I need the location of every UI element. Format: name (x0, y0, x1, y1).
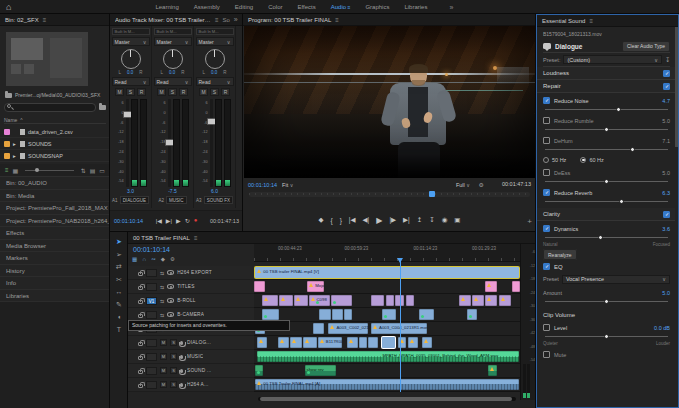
mute-checkbox[interactable] (543, 351, 550, 358)
audio-track-header[interactable]: M S MUSIC (128, 350, 254, 364)
stacked-panel-tab[interactable]: Project: PremierePro_NAB2018_h264_1 (0, 215, 110, 228)
hand-tool-icon[interactable]: ◖ (117, 313, 121, 320)
reanalyze-button[interactable]: Reanalyze (543, 249, 577, 260)
loop-icon[interactable]: ↻ (185, 217, 190, 224)
output-assignment-dropdown[interactable]: Master (112, 37, 150, 46)
nest-icon[interactable]: ▦ (132, 256, 137, 262)
panel-scrollbar[interactable] (675, 27, 678, 147)
timeline-clip[interactable] (467, 309, 478, 320)
parameter-slider[interactable] (545, 146, 668, 153)
slip-tool-icon[interactable]: ↔ (116, 288, 123, 295)
loudness-checkbox[interactable] (663, 70, 670, 77)
parameter-value[interactable]: 4.7 (662, 98, 670, 104)
track-mute-button[interactable]: M (160, 367, 167, 374)
timeline-clip[interactable] (344, 309, 352, 320)
go-to-in-icon[interactable]: |◀ (349, 216, 356, 224)
parameter-checkbox[interactable] (543, 189, 550, 196)
frequency-radio[interactable]: 60 Hz (580, 157, 603, 163)
timeline-clip[interactable]: MPATH_MPATH_0035_03001_Behind_the_Wood_A… (257, 351, 519, 362)
go-to-in-icon[interactable]: |◀ (156, 217, 162, 224)
timeline-clip[interactable] (303, 337, 316, 348)
bin-item-row[interactable]: ▸ SOUNDSNAP (0, 150, 110, 162)
label-color-chip[interactable] (4, 153, 10, 159)
track-lane-acamera[interactable]: A003_C002_0211A003_C004_0213R1.mov (254, 322, 520, 336)
clarity-section-label[interactable]: Clarity (543, 211, 560, 217)
pan-value[interactable]: 0.0 (127, 70, 133, 75)
parameter-value[interactable]: 7.1 (662, 138, 670, 144)
output-assignment-dropdown[interactable]: Master (154, 37, 192, 46)
timeline-clip[interactable] (278, 337, 289, 348)
voiceover-mic-icon[interactable] (180, 355, 183, 359)
settings-wrench-icon[interactable]: ⚙ (479, 181, 484, 188)
source-patch-toggle[interactable] (146, 269, 157, 277)
stacked-panel-tab[interactable]: Project: PremierePro_Fall_2018_MAX (0, 202, 110, 215)
solo-button[interactable]: S (126, 88, 135, 96)
track-lane-dialog[interactable]: B117R003 (254, 336, 520, 350)
pan-knob[interactable] (121, 49, 141, 69)
track-name[interactable]: H264 A... (187, 382, 209, 387)
expand-chevron-icon[interactable]: ▸ (13, 153, 17, 159)
source-patch-toggle[interactable] (146, 353, 157, 361)
sort-icon[interactable]: ⇅ (81, 167, 86, 174)
audio-track-header[interactable]: M S SOUND ... (128, 364, 254, 378)
track-name[interactable]: B-CAMERA (177, 312, 204, 317)
dynamics-value[interactable]: 3.6 (662, 226, 670, 232)
track-solo-button[interactable]: S (170, 353, 177, 360)
panel-menu-icon[interactable] (43, 16, 47, 23)
mixer-timecode[interactable]: 00:01:10:14 (114, 218, 143, 224)
track-name[interactable]: DIALOG... (187, 340, 211, 345)
track-output-eye-icon[interactable] (167, 298, 174, 303)
sequence-tab[interactable]: 00 TSB Trailer FINAL (133, 235, 190, 241)
timeline-clip[interactable] (368, 337, 377, 348)
timeline-clip[interactable]: show rev (305, 365, 337, 376)
go-to-out-icon[interactable]: ▶| (166, 217, 172, 224)
timeline-clip[interactable]: C098 (309, 295, 330, 306)
track-lock-icon[interactable] (138, 356, 143, 360)
track-lane-soundfx[interactable]: show rev (254, 364, 520, 378)
scrubber-playhead[interactable] (429, 191, 435, 197)
fader-db-value[interactable]: 6.0 (211, 188, 218, 194)
timeline-clip[interactable] (262, 295, 278, 306)
parameter-checkbox[interactable] (543, 97, 550, 104)
track-lane-music[interactable]: MPATH_MPATH_0035_03001_Behind_the_Wood_A… (254, 350, 520, 364)
parameter-slider[interactable] (545, 198, 668, 205)
timeline-clip[interactable] (319, 309, 331, 320)
audio-track-header[interactable]: M S H264 A... (128, 378, 254, 392)
video-track-header[interactable]: ⇆ H264 EXPORT (128, 266, 254, 280)
timeline-clip[interactable]: 00 TSB trailer FINAL.mp4 [V] (255, 267, 518, 278)
stacked-panel-tab[interactable]: Libraries (0, 290, 110, 303)
track-lane-bcamera[interactable] (254, 308, 520, 322)
parameter-checkbox[interactable] (543, 137, 550, 144)
workspace-tab[interactable]: Audio (331, 4, 351, 10)
source-patch-toggle[interactable] (146, 339, 157, 347)
automation-mode-dropdown[interactable]: Read (154, 77, 192, 86)
stacked-panel-tab[interactable]: Effects (0, 227, 110, 240)
track-lane-h264-audio[interactable]: 00 TSB Trailer FINAL.mp4 [A] (254, 378, 520, 392)
track-name[interactable]: H264 EXPORT (177, 270, 212, 275)
track-solo-button[interactable]: S (170, 381, 177, 388)
workspace-tab[interactable]: Graphics (365, 4, 389, 10)
volume-fader[interactable] (168, 99, 171, 187)
parameter-value[interactable]: 6.3 (662, 190, 670, 196)
timeline-clip[interactable] (459, 295, 471, 306)
panel-menu-icon[interactable] (335, 16, 339, 23)
repair-section-label[interactable]: Repair (543, 83, 561, 89)
pan-value[interactable]: 0.0 (169, 70, 175, 75)
home-icon[interactable]: ⌂ (6, 2, 11, 12)
track-mute-button[interactable]: M (160, 339, 167, 346)
go-to-out-icon[interactable]: ▶| (403, 216, 410, 224)
fader-db-value[interactable]: -7.5 (168, 188, 177, 194)
timeline-timecode[interactable]: 00:01:10:14 (133, 246, 170, 253)
timeline-clip[interactable] (359, 337, 367, 348)
stacked-panel-tab[interactable]: Markers (0, 252, 110, 265)
pan-value[interactable]: 0.0 (211, 70, 217, 75)
voiceover-mic-icon[interactable] (180, 369, 183, 373)
timeline-clip[interactable] (408, 337, 417, 348)
video-track-header[interactable]: ⇆ TITLES (128, 280, 254, 294)
list-header[interactable]: Name ^ (4, 116, 106, 124)
eq-preset-dropdown[interactable]: Vocal Presence (562, 275, 670, 284)
lift-icon[interactable]: ↥ (417, 216, 422, 224)
sync-lock-icon[interactable]: ⇆ (160, 284, 164, 290)
volume-fader[interactable] (126, 99, 129, 187)
output-assignment-dropdown[interactable]: Master (196, 37, 234, 46)
